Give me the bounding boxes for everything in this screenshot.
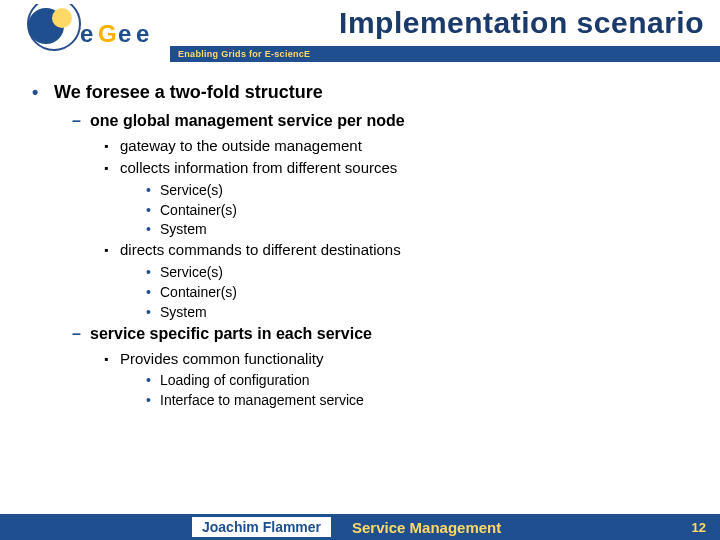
footer-topic: Service Management (352, 519, 501, 536)
text-l4b1-2: Interface to management service (160, 391, 364, 410)
text-l4a2-1: Service(s) (160, 181, 223, 200)
slide-body: • We foresee a two-fold structure – one … (0, 62, 720, 410)
slide: e G e e Implementation scenario Enabling… (0, 0, 720, 540)
bullet-l4: • Service(s) (146, 181, 698, 200)
bullet-l4: • Container(s) (146, 201, 698, 220)
bullet-l3: ▪ gateway to the outside management (104, 136, 698, 156)
bullet-square-icon: ▪ (104, 158, 120, 178)
bullet-l4: • Loading of configuration (146, 371, 698, 390)
bullet-dot-icon: • (146, 263, 160, 282)
svg-text:e: e (136, 20, 149, 47)
text-l4a2-3: System (160, 220, 207, 239)
text-l3a3: directs commands to different destinatio… (120, 240, 401, 260)
svg-text:G: G (98, 20, 117, 47)
header-banner: Enabling Grids for E-sciencE (170, 46, 720, 62)
bullet-dot-icon: • (146, 303, 160, 322)
bullet-l4: • Service(s) (146, 263, 698, 282)
egee-logo: e G e e (8, 4, 178, 60)
text-l4a3-3: System (160, 303, 207, 322)
bullet-l4: • Interface to management service (146, 391, 698, 410)
bullet-dot-icon: • (146, 391, 160, 410)
slide-header: e G e e Implementation scenario Enabling… (0, 0, 720, 62)
bullet-square-icon: ▪ (104, 136, 120, 156)
svg-text:e: e (118, 20, 131, 47)
svg-text:e: e (80, 20, 93, 47)
bullet-l4: • Container(s) (146, 283, 698, 302)
bullet-square-icon: ▪ (104, 240, 120, 260)
slide-title: Implementation scenario (339, 6, 704, 40)
bullet-l3: ▪ Provides common functionality (104, 349, 698, 369)
text-l3b1: Provides common functionality (120, 349, 323, 369)
bullet-dot-icon: • (32, 80, 54, 104)
text-l1: We foresee a two-fold structure (54, 80, 323, 104)
page-number: 12 (692, 520, 706, 535)
bullet-dot-icon: • (146, 220, 160, 239)
bullet-l2: – service specific parts in each service (72, 323, 698, 345)
bullet-l2: – one global management service per node (72, 110, 698, 132)
text-l2b: service specific parts in each service (90, 323, 372, 345)
logo-tagline: Enabling Grids for E-sciencE (178, 49, 310, 59)
bullet-dot-icon: • (146, 283, 160, 302)
bullet-dash-icon: – (72, 110, 90, 132)
bullet-l3: ▪ collects information from different so… (104, 158, 698, 178)
text-l4a3-1: Service(s) (160, 263, 223, 282)
text-l4a3-2: Container(s) (160, 283, 237, 302)
bullet-dot-icon: • (146, 201, 160, 220)
text-l2a: one global management service per node (90, 110, 405, 132)
svg-point-2 (52, 8, 72, 28)
text-l4b1-1: Loading of configuration (160, 371, 309, 390)
text-l4a2-2: Container(s) (160, 201, 237, 220)
bullet-l1: • We foresee a two-fold structure (32, 80, 698, 104)
bullet-dot-icon: • (146, 371, 160, 390)
bullet-square-icon: ▪ (104, 349, 120, 369)
bullet-l3: ▪ directs commands to different destinat… (104, 240, 698, 260)
bullet-dot-icon: • (146, 181, 160, 200)
author-name: Joachim Flammer (192, 517, 331, 537)
text-l3a2: collects information from different sour… (120, 158, 397, 178)
bullet-dash-icon: – (72, 323, 90, 345)
bullet-l4: • System (146, 220, 698, 239)
slide-footer: Joachim Flammer Service Management 12 (0, 514, 720, 540)
text-l3a1: gateway to the outside management (120, 136, 362, 156)
bullet-l4: • System (146, 303, 698, 322)
